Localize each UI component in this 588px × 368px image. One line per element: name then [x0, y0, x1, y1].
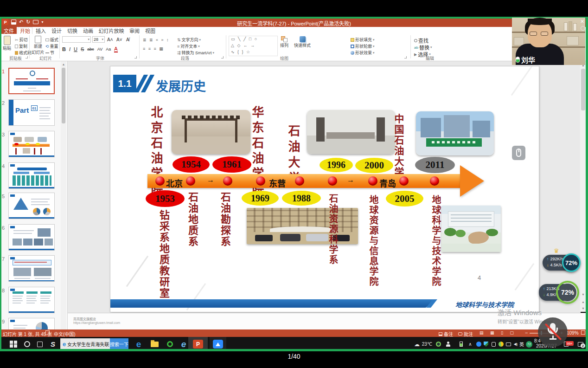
tab-animations[interactable]: 动画 [81, 27, 96, 34]
zoom-level[interactable]: 109% [567, 330, 579, 336]
language-label[interactable]: 中文(中国) [54, 330, 76, 337]
search-go-button[interactable]: 搜索一下 [110, 338, 128, 349]
year-1969: 1969 [242, 191, 279, 206]
tab-review[interactable]: 审阅 [127, 27, 142, 34]
search-e-icon: e [63, 341, 66, 348]
zoom-out-icon[interactable]: − [525, 330, 528, 336]
webcam-view[interactable]: 刘华 [512, 18, 585, 65]
clipboard-dialog-launcher[interactable] [26, 56, 28, 58]
shrink-font-icon[interactable]: A˅ [116, 37, 122, 42]
dept-diqiu-kexue: 地球科学与技术学院 [429, 195, 443, 287]
text-direction-button[interactable]: ⇅文字方向▾ [177, 37, 201, 43]
slideshow-icon[interactable] [33, 20, 38, 24]
tab-slideshow[interactable]: 幻灯片放映 [96, 27, 126, 34]
find-button[interactable]: 查找 [414, 37, 428, 44]
slide-counter: 幻灯片 第 1 张, 共 45 张 [3, 330, 52, 337]
font-dialog-launcher[interactable] [134, 56, 137, 58]
tab-file[interactable]: 文件 [1, 27, 17, 34]
taskbar-search-box[interactable]: e 女大学生在青海失联 搜索一下 [60, 338, 128, 349]
cut-button[interactable]: ✂剪切 [15, 37, 28, 43]
quick-styles-icon [300, 36, 306, 42]
thumbnail-slide-8[interactable] [8, 287, 55, 313]
grow-font-icon[interactable]: A˄ [107, 37, 113, 42]
fit-to-window-icon[interactable] [581, 330, 585, 335]
spellcheck-icon[interactable] [45, 330, 50, 335]
undo-icon[interactable]: ↶ [19, 19, 23, 25]
new-slide-button[interactable]: 新建 幻灯片 [32, 36, 45, 55]
thumb-number: 3 [2, 132, 5, 137]
copy-button[interactable]: 复制 [15, 43, 27, 49]
video-bottom-bar: 1/40 [0, 351, 588, 368]
layout-button[interactable]: 版式 [45, 37, 58, 43]
tab-view[interactable]: 视图 [143, 27, 158, 34]
institution-zhongguo: 中国石油大学 [391, 114, 405, 178]
paragraph-icons-row2[interactable]: ≡ ≡ ≡ ▦ [143, 46, 164, 51]
arrange-button[interactable]: 排列 [280, 36, 288, 48]
scrollbar-thumb[interactable] [62, 68, 65, 123]
font-name-input[interactable]: ▾ [62, 36, 91, 43]
shape-effects-button[interactable]: 形状效果▾ [351, 50, 375, 56]
slide-canvas[interactable]: 1.1 发展历史 北京石油学院 1954 1961 华东石油学院 石油大学 19… [110, 66, 539, 312]
timeline-node [295, 176, 304, 186]
quick-styles-button[interactable]: 快速样式 [294, 36, 311, 48]
qat-customize-icon[interactable]: ▾ [41, 20, 43, 24]
webcam-control-icon[interactable] [581, 26, 585, 31]
thumbnail-slide-5[interactable] [8, 193, 55, 219]
view-shortcut-icons[interactable]: ▤ ▦ ▯ ▢ [479, 330, 517, 335]
tab-transitions[interactable]: 切换 [65, 27, 80, 34]
upload-icon: ↑ [543, 286, 545, 292]
close-icon[interactable]: ✕ [580, 19, 584, 25]
performance-ring-1[interactable]: 72% [562, 253, 581, 272]
screen: P ↶ ↻ ▾ 研究生一流学科(7-27) - PowerPoint(产品激活失… [0, 0, 588, 368]
paragraph-dialog-launcher[interactable] [221, 56, 224, 58]
shape-fill-button[interactable]: 形状填充▾ [351, 37, 375, 43]
photo-department-building [247, 208, 358, 244]
thumbnail-scrollbar[interactable]: ▲ [61, 61, 66, 329]
presenter-mouse-widget[interactable] [512, 146, 525, 160]
window-title: 研究生一流学科(7-27) - PowerPoint(产品激活失败) [237, 19, 351, 27]
thumbnail-slide-6[interactable] [8, 224, 55, 251]
clear-formatting-icon[interactable]: A̸ [126, 37, 129, 42]
paragraph-icons-row1[interactable]: ≣ ≣ « » ↕ [143, 38, 170, 42]
thumbnail-slide-4[interactable] [8, 162, 55, 189]
year-2005: 2005 [386, 191, 423, 207]
slide-section-number: 1.1 [113, 75, 136, 92]
clipboard-icon [4, 36, 11, 45]
paste-button[interactable]: 粘贴 [3, 36, 11, 51]
dept-ziyuan-xinxi: 地球资源与信息学院 [367, 195, 380, 287]
tab-design[interactable]: 设计 [49, 27, 64, 34]
thumb-number: 6 [2, 225, 5, 231]
thumb-number: 8 [2, 288, 5, 293]
thumbnail-slide-7[interactable] [8, 255, 55, 282]
drawing-dialog-launcher[interactable] [404, 56, 407, 58]
tab-insert[interactable]: 插入 [33, 27, 48, 34]
thumbnail-slide-1[interactable] [8, 68, 55, 94]
notes-toggle-button[interactable]: 备注 [439, 330, 453, 337]
font-style-buttons[interactable]: BIUS abcAV AaA [62, 46, 118, 52]
thumbnail-slide-2[interactable]: Part 01 [8, 99, 55, 126]
year-2011: 2011 [415, 157, 455, 173]
group-label-clipboard: 剪贴板 [9, 55, 22, 61]
ribbon: 粘贴 ✂剪切 复制 格式刷 剪贴板 新建 幻灯片 版式 ⟲重置 节 幻灯片 ▾ … [0, 34, 588, 61]
muted-mic-overlay[interactable] [538, 317, 568, 347]
font-size-input[interactable]: 28▾ [92, 36, 105, 43]
group-label-drawing: 绘图 [280, 55, 288, 61]
redo-icon[interactable]: ↻ [26, 19, 30, 25]
scrollbar-thumb[interactable] [581, 69, 585, 110]
thumbnail-slide-3[interactable] [8, 131, 55, 157]
powerpoint-app-icon: P [2, 19, 8, 25]
shape-outline-button[interactable]: 形状轮廓▾ [351, 43, 375, 49]
replace-button[interactable]: ab替换▾ [414, 44, 432, 51]
thumbnail-slide-9[interactable] [8, 318, 55, 329]
align-text-button[interactable]: ≡对齐文本▾ [177, 43, 200, 49]
save-icon[interactable] [11, 19, 16, 25]
tab-home[interactable]: 开始 [18, 27, 32, 34]
search-text[interactable]: 女大学生在青海失联 [67, 341, 110, 348]
performance-ring-2[interactable]: 72% [557, 282, 578, 303]
scroll-up-icon[interactable]: ▲ [61, 61, 66, 67]
shapes-gallery[interactable]: ▭ ╲ ╱ □ ○ △ ◇ ← → ∿ { } ☆ [229, 36, 278, 56]
statusbar: 幻灯片 第 1 张, 共 45 张 中文(中国) 备注 批注 ▤ ▦ ▯ ▢ −… [0, 329, 588, 337]
action-center-badge: 2 [581, 343, 585, 348]
reset-button[interactable]: ⟲重置 [45, 43, 58, 49]
comments-toggle-button[interactable]: 批注 [458, 330, 473, 337]
